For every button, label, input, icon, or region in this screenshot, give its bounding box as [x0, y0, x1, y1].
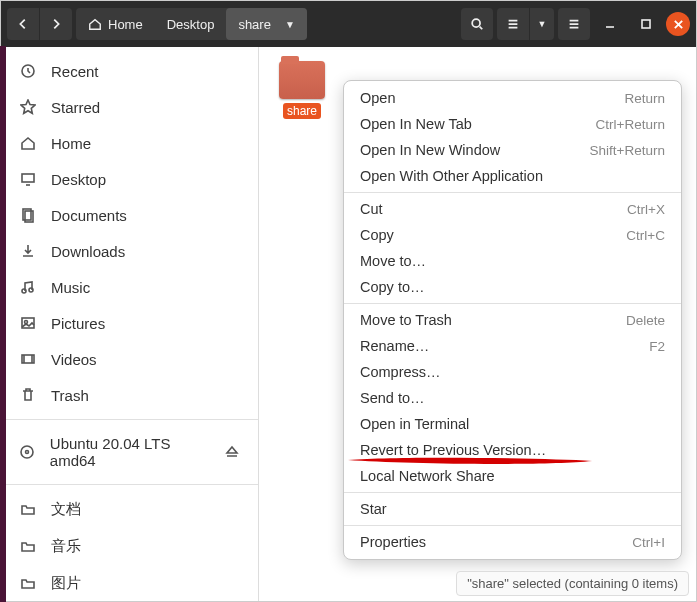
path-share-label: share [238, 17, 271, 32]
menu-accel: Delete [626, 313, 665, 328]
svg-point-7 [29, 288, 33, 292]
eject-icon[interactable] [223, 443, 240, 461]
maximize-button[interactable] [634, 12, 658, 36]
menu-move-to[interactable]: Move to… [344, 248, 681, 274]
menu-open-new-window[interactable]: Open In New WindowShift+Return [344, 137, 681, 163]
close-button[interactable] [666, 12, 690, 36]
sidebar: Recent Starred Home Desktop Documents Do… [1, 47, 259, 601]
sidebar-item-home[interactable]: Home [1, 125, 258, 161]
videos-icon [19, 350, 37, 368]
menu-open-with[interactable]: Open With Other Application [344, 163, 681, 189]
menu-label: Open [360, 90, 395, 106]
menu-rename[interactable]: Rename…F2 [344, 333, 681, 359]
path-share[interactable]: share▼ [226, 8, 306, 40]
sidebar-item-volume[interactable]: Ubuntu 20.04 LTS amd64 [1, 426, 258, 478]
menu-move-to-trash[interactable]: Move to TrashDelete [344, 307, 681, 333]
sidebar-label: 图片 [51, 574, 81, 593]
menu-label: Properties [360, 534, 426, 550]
menu-compress[interactable]: Compress… [344, 359, 681, 385]
sidebar-label: Videos [51, 351, 97, 368]
sidebar-label: Starred [51, 99, 100, 116]
svg-point-11 [21, 446, 33, 458]
chevron-down-icon: ▼ [285, 19, 295, 30]
sidebar-item-pictures[interactable]: Pictures [1, 305, 258, 341]
path-desktop[interactable]: Desktop [155, 8, 227, 40]
sidebar-item-music[interactable]: Music [1, 269, 258, 305]
back-button[interactable] [7, 8, 39, 40]
sidebar-label: Trash [51, 387, 89, 404]
status-text: "share" selected (containing 0 items) [467, 576, 678, 591]
menu-send-to[interactable]: Send to… [344, 385, 681, 411]
folder-icon [19, 575, 37, 593]
path-bar: Home Desktop share▼ [76, 8, 307, 40]
sidebar-label: 文档 [51, 500, 81, 519]
menu-properties[interactable]: PropertiesCtrl+I [344, 529, 681, 555]
path-home[interactable]: Home [76, 8, 155, 40]
hamburger-menu-button[interactable] [558, 8, 590, 40]
menu-label: Revert to Previous Version… [360, 442, 546, 458]
sidebar-item-downloads[interactable]: Downloads [1, 233, 258, 269]
sidebar-label: Downloads [51, 243, 125, 260]
search-button[interactable] [461, 8, 493, 40]
sidebar-item-wendang[interactable]: 文档 [1, 491, 258, 528]
sidebar-item-trash[interactable]: Trash [1, 377, 258, 413]
menu-copy[interactable]: CopyCtrl+C [344, 222, 681, 248]
svg-rect-3 [22, 174, 34, 182]
svg-point-12 [26, 451, 29, 454]
folder-icon [279, 61, 325, 99]
folder-item-share[interactable]: share [277, 61, 327, 123]
minimize-button[interactable] [598, 12, 622, 36]
svg-rect-1 [642, 20, 650, 28]
forward-button[interactable] [40, 8, 72, 40]
folder-label: share [283, 103, 321, 119]
menu-open-terminal[interactable]: Open in Terminal [344, 411, 681, 437]
pictures-icon [19, 314, 37, 332]
star-icon [19, 98, 37, 116]
sidebar-item-videos[interactable]: Videos [1, 341, 258, 377]
menu-revert[interactable]: Revert to Previous Version… [344, 437, 681, 463]
sidebar-label: Ubuntu 20.04 LTS amd64 [50, 435, 209, 469]
music-icon [19, 278, 37, 296]
desktop-edge [0, 46, 6, 602]
sidebar-item-starred[interactable]: Starred [1, 89, 258, 125]
menu-cut[interactable]: CutCtrl+X [344, 196, 681, 222]
menu-accel: Ctrl+C [626, 228, 665, 243]
menu-label: Move to… [360, 253, 426, 269]
menu-label: Rename… [360, 338, 429, 354]
sidebar-item-yinyue[interactable]: 音乐 [1, 528, 258, 565]
menu-accel: Ctrl+X [627, 202, 665, 217]
sidebar-label: Documents [51, 207, 127, 224]
folder-icon [19, 538, 37, 556]
sidebar-item-recent[interactable]: Recent [1, 53, 258, 89]
view-list-button[interactable] [497, 8, 529, 40]
disc-icon [19, 443, 36, 461]
menu-accel: Ctrl+Return [596, 117, 665, 132]
menu-separator [344, 303, 681, 304]
menu-open-new-tab[interactable]: Open In New TabCtrl+Return [344, 111, 681, 137]
sidebar-label: Pictures [51, 315, 105, 332]
sidebar-item-tupian[interactable]: 图片 [1, 565, 258, 601]
svg-point-0 [472, 19, 480, 27]
menu-star[interactable]: Star [344, 496, 681, 522]
view-dropdown-button[interactable]: ▼ [530, 8, 554, 40]
sidebar-separator [1, 484, 258, 485]
sidebar-item-documents[interactable]: Documents [1, 197, 258, 233]
menu-label: Copy [360, 227, 394, 243]
path-home-label: Home [108, 17, 143, 32]
documents-icon [19, 206, 37, 224]
menu-copy-to[interactable]: Copy to… [344, 274, 681, 300]
menu-separator [344, 192, 681, 193]
menu-open[interactable]: OpenReturn [344, 85, 681, 111]
menu-label: Cut [360, 201, 383, 217]
path-desktop-label: Desktop [167, 17, 215, 32]
sidebar-label: Recent [51, 63, 99, 80]
sidebar-separator [1, 419, 258, 420]
menu-label: Copy to… [360, 279, 424, 295]
menu-accel: Shift+Return [590, 143, 665, 158]
menu-local-network-share[interactable]: Local Network Share [344, 463, 681, 489]
sidebar-label: 音乐 [51, 537, 81, 556]
sidebar-item-desktop[interactable]: Desktop [1, 161, 258, 197]
context-menu: OpenReturn Open In New TabCtrl+Return Op… [343, 80, 682, 560]
status-bar: "share" selected (containing 0 items) [456, 571, 689, 596]
menu-accel: Ctrl+I [632, 535, 665, 550]
